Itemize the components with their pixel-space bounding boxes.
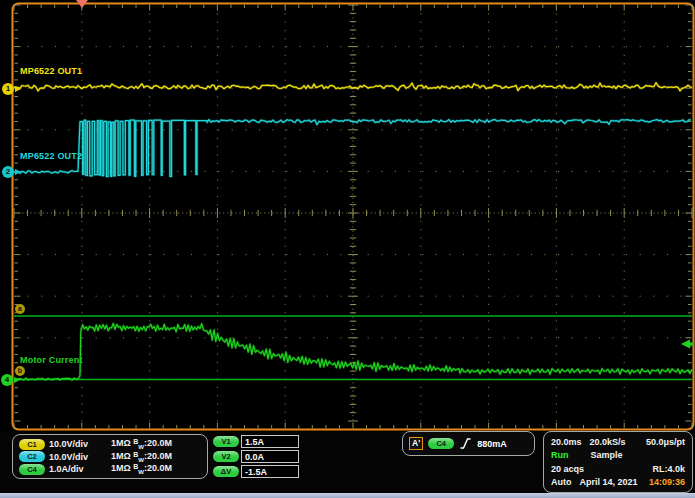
date-value: April 14, 2021 — [580, 477, 638, 487]
ch1-scale: 10.0V/div — [49, 439, 111, 449]
timebase-row: 20.0ms20.0kS/s 50.0μs/pt — [551, 435, 685, 448]
ch4-ground-marker[interactable]: 4 — [1, 374, 20, 386]
channel-settings-panel[interactable]: C1 10.0V/div 1MΩ BW:20.0M C2 10.0V/div 1… — [12, 434, 208, 479]
ch2-ground-marker[interactable]: 2 — [2, 166, 21, 178]
cursor-dv-row: ΔV -1.5A — [213, 464, 305, 478]
dv-value: -1.5A — [241, 465, 299, 478]
trigger-position-marker[interactable] — [76, 0, 88, 8]
ch1-ground-marker[interactable]: 1 — [2, 83, 21, 95]
window-frame-bottom — [0, 493, 695, 498]
ch4-badge[interactable]: C4 — [19, 464, 45, 475]
waveform-ch4 — [14, 323, 692, 380]
resolution-value: 50.0μs/pt — [646, 437, 685, 447]
trigger-level-arrow-icon[interactable] — [681, 340, 690, 349]
ch2-scale: 10.0V/div — [49, 452, 111, 462]
ch4-scale: 1.0A/div — [49, 464, 111, 474]
time-value: 14:09:36 — [649, 477, 685, 487]
v2-value: 0.0A — [241, 450, 299, 463]
trigger-level-value: 880mA — [477, 439, 507, 449]
trigger-a-label: A' — [409, 437, 423, 450]
ch2-impedance: 1MΩ BW:20.0M — [111, 451, 201, 463]
dv-badge[interactable]: ΔV — [213, 466, 239, 477]
datetime-row: AutoApril 14, 2021 14:09:36 — [551, 476, 685, 489]
scope-display: MP6522 OUT1 MP6522 OUT2 Motor Current 1 … — [0, 0, 695, 432]
ch2-trace-label: MP6522 OUT2 — [20, 151, 82, 161]
record-length: RL:4.0k — [652, 464, 685, 474]
ch2-marker-number: 2 — [2, 166, 14, 178]
trigger-settings-panel[interactable]: A' C4 880mA — [402, 431, 535, 456]
sample-rate-value: 20.0kS/s — [590, 437, 626, 447]
ch1-badge[interactable]: C1 — [19, 439, 45, 450]
v1-value: 1.5A — [241, 435, 299, 448]
rising-edge-icon — [459, 437, 472, 450]
acq-count-row: 20 acqs RL:4.0k — [551, 462, 685, 475]
ch2-marker-arrow-icon — [15, 169, 21, 175]
ch4-marker-arrow-icon — [14, 377, 20, 383]
trigger-level-arrow-tail — [690, 343, 694, 346]
cursor-v1-row: V1 1.5A — [213, 434, 305, 448]
v1-badge[interactable]: V1 — [213, 436, 239, 447]
run-state-row: Run Sample — [551, 449, 685, 462]
ch2-badge[interactable]: C2 — [19, 451, 45, 462]
ch1-trace-label: MP6522 OUT1 — [20, 66, 82, 76]
ch1-settings-row[interactable]: C1 10.0V/div 1MΩ BW:20.0M — [19, 438, 201, 450]
v2-badge[interactable]: V2 — [213, 451, 239, 462]
scope-graticule-canvas — [0, 0, 695, 432]
ch1-marker-arrow-icon — [15, 86, 21, 92]
cursor-b-handle[interactable]: b — [15, 366, 25, 376]
run-state: Run — [551, 450, 569, 460]
ch4-marker-number: 4 — [1, 374, 13, 386]
ch2-settings-row[interactable]: C2 10.0V/div 1MΩ BW:20.0M — [19, 451, 201, 463]
ch4-impedance: 1MΩ BW:20.0M — [111, 463, 201, 475]
timebase-value: 20.0ms — [551, 437, 582, 447]
ch4-settings-row[interactable]: C4 1.0A/div 1MΩ BW:20.0M — [19, 463, 201, 475]
ch1-impedance: 1MΩ BW:20.0M — [111, 438, 201, 450]
oscilloscope-window: MP6522 OUT1 MP6522 OUT2 Motor Current 1 … — [0, 0, 695, 498]
cursor-a-handle[interactable]: a — [15, 304, 25, 314]
cursor-readout-panel: V1 1.5A V2 0.0A ΔV -1.5A — [213, 434, 305, 479]
ch1-marker-number: 1 — [2, 83, 14, 95]
acq-mode: Sample — [591, 450, 623, 460]
cursor-v2-row: V2 0.0A — [213, 449, 305, 463]
trigger-source-badge[interactable]: C4 — [428, 438, 454, 449]
trigger-mode: Auto — [551, 477, 572, 487]
acq-count: 20 acqs — [551, 464, 584, 474]
readout-bar: C1 10.0V/div 1MΩ BW:20.0M C2 10.0V/div 1… — [0, 432, 695, 493]
acquisition-panel[interactable]: 20.0ms20.0kS/s 50.0μs/pt Run Sample 20 a… — [543, 431, 693, 493]
ch4-trace-label: Motor Current — [20, 355, 83, 365]
